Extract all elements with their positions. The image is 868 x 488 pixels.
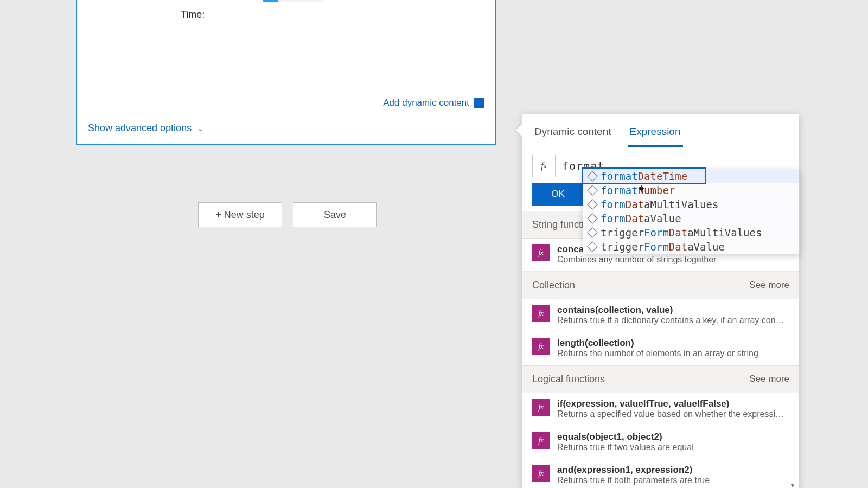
cat-collection-label: Collection xyxy=(532,280,575,291)
panel-arrow xyxy=(516,124,522,137)
line2-label: Time: xyxy=(181,9,205,21)
cube-icon xyxy=(587,199,598,210)
see-more-logical[interactable]: See more xyxy=(749,374,789,385)
ac-item-triggerformdatamultivalues[interactable]: triggerFormDataMultiValues xyxy=(583,226,799,240)
body-textarea[interactable]: Name of the user: Name ✕ Time: xyxy=(173,0,484,93)
fn-contains-sig: contains(collection, value) xyxy=(557,305,785,316)
cube-icon xyxy=(587,241,598,252)
fn-if[interactable]: fx if(expression, valueIfTrue, valueIfFa… xyxy=(522,393,799,426)
fn-contains-desc: Returns true if a dictionary contains a … xyxy=(557,316,785,325)
autocomplete-popup: formatDateTime formatNumber formDataMult… xyxy=(583,169,800,254)
fx-badge-icon: fx xyxy=(532,399,550,416)
fn-contains[interactable]: fx contains(collection, value) Returns t… xyxy=(522,299,799,332)
save-button[interactable]: Save xyxy=(293,202,377,227)
fn-and-desc: Returns true if both parameters are true xyxy=(557,476,710,485)
ac-item-formatnumber[interactable]: formatNumber xyxy=(583,183,799,197)
body-line-1: Name of the user: Name ✕ xyxy=(181,0,476,2)
plus-icon: ▦ xyxy=(474,98,484,108)
action-card: Name of the user: Name ✕ Time: Add dynam… xyxy=(76,0,496,145)
fn-if-desc: Returns a specified value based on wheth… xyxy=(557,409,785,419)
cube-icon xyxy=(587,185,598,196)
fn-equals[interactable]: fx equals(object1, object2) Returns true… xyxy=(522,426,799,459)
cube-icon xyxy=(587,227,598,238)
see-more-collection[interactable]: See more xyxy=(749,280,789,291)
fx-badge-icon: fx xyxy=(532,432,550,449)
fn-length-sig: length(collection) xyxy=(557,338,758,349)
fx-badge-icon: fx xyxy=(532,465,550,482)
dyn-link-text: Add dynamic content xyxy=(383,98,469,108)
fx-badge-icon: fx xyxy=(532,244,550,261)
ac-item-formdatavalue[interactable]: formDataValue xyxy=(583,211,799,226)
token-name[interactable]: Name ✕ xyxy=(263,0,323,2)
add-dynamic-content-link[interactable]: Add dynamic content ▦ xyxy=(77,98,484,108)
panel-tabs: Dynamic content Expression xyxy=(522,114,799,147)
fx-icon: fx xyxy=(533,155,556,177)
ac-item-formatdatetime[interactable]: formatDateTime xyxy=(583,169,799,183)
fn-length[interactable]: fx length(collection) Returns the number… xyxy=(522,332,799,365)
fn-if-sig: if(expression, valueIfTrue, valueIfFalse… xyxy=(557,399,785,409)
show-advanced-options[interactable]: Show advanced options ⌄ xyxy=(77,115,495,144)
chevron-down-icon: ⌄ xyxy=(197,123,204,133)
category-collection: Collection See more xyxy=(522,272,799,299)
cube-icon xyxy=(587,213,598,224)
tab-expression[interactable]: Expression xyxy=(628,119,683,147)
ac-item-triggerformdatavalue[interactable]: triggerFormDataValue xyxy=(583,240,799,254)
bottom-button-row: + New step Save xyxy=(198,202,377,227)
fn-length-desc: Returns the number of elements in an arr… xyxy=(557,349,758,358)
cube-icon xyxy=(587,171,598,182)
twitter-icon xyxy=(263,0,278,2)
fn-concat-desc: Combines any number of strings together xyxy=(557,255,716,265)
fn-and-sig: and(expression1, expression2) xyxy=(557,465,710,476)
category-logical: Logical functions See more xyxy=(522,365,799,393)
fn-equals-sig: equals(object1, object2) xyxy=(557,432,694,442)
scroll-down-icon[interactable]: ▼ xyxy=(789,481,796,488)
fn-and[interactable]: fx and(expression1, expression2) Returns… xyxy=(522,459,799,488)
body-line-2: Time: xyxy=(181,9,476,21)
fn-equals-desc: Returns true if two values are equal xyxy=(557,442,694,452)
tab-dynamic-content[interactable]: Dynamic content xyxy=(532,119,614,147)
ac-item-formdatamultivalues[interactable]: formDataMultiValues xyxy=(583,197,799,211)
new-step-button[interactable]: + New step xyxy=(198,202,282,227)
fx-badge-icon: fx xyxy=(532,338,550,355)
cat-logical-label: Logical functions xyxy=(532,374,605,385)
fx-badge-icon: fx xyxy=(532,305,550,322)
adv-label: Show advanced options xyxy=(88,123,192,134)
ok-button[interactable]: OK xyxy=(532,183,584,206)
